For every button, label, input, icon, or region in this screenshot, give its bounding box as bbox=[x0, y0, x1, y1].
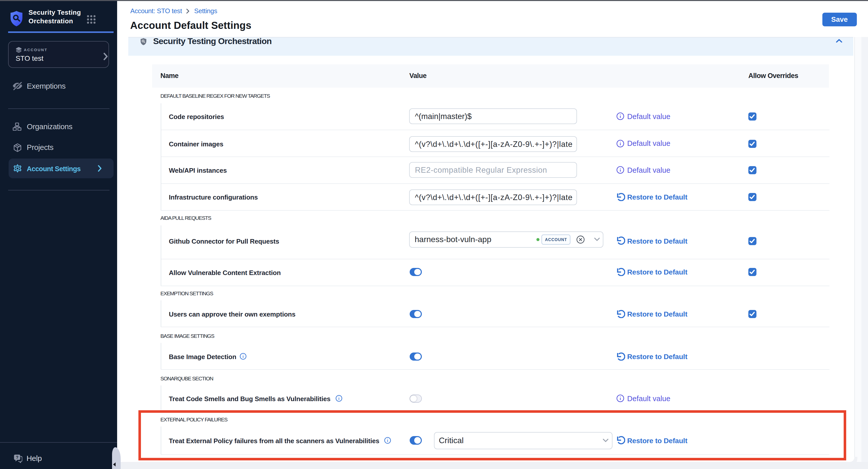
svg-text:?: ? bbox=[16, 455, 18, 460]
